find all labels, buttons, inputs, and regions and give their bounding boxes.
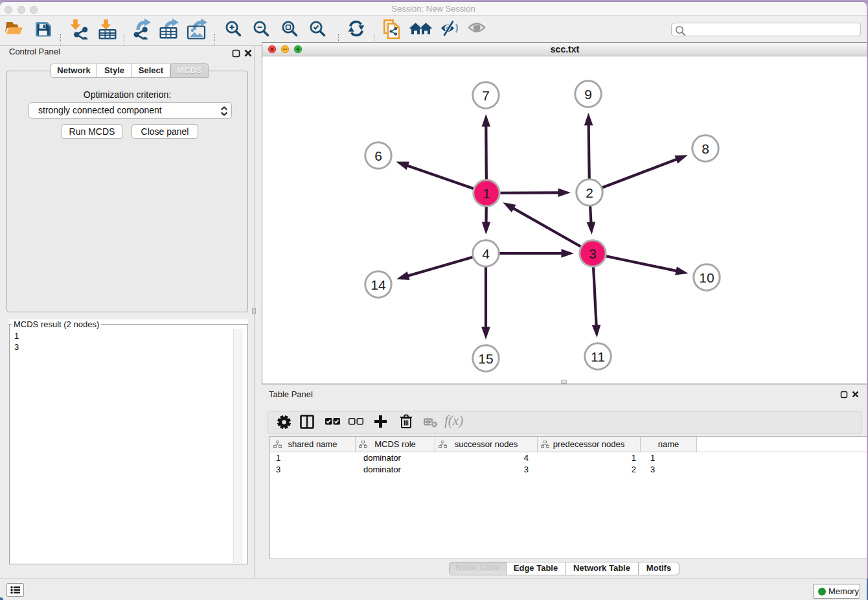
svg-text:8: 8 <box>702 141 709 156</box>
svg-text:11: 11 <box>591 349 605 364</box>
svg-text:9: 9 <box>584 87 592 102</box>
svg-text:6: 6 <box>374 148 382 163</box>
svg-text:15: 15 <box>478 351 493 366</box>
svg-text:14: 14 <box>371 277 386 292</box>
svg-text:1: 1 <box>483 186 490 201</box>
svg-text:10: 10 <box>699 270 714 285</box>
svg-text:2: 2 <box>586 185 593 200</box>
svg-text:3: 3 <box>589 246 597 261</box>
svg-text:7: 7 <box>482 88 490 103</box>
svg-text:4: 4 <box>482 246 490 261</box>
